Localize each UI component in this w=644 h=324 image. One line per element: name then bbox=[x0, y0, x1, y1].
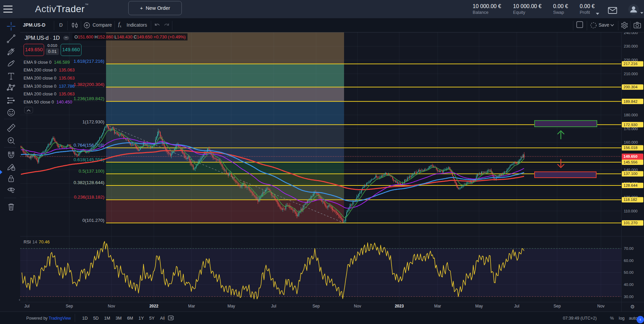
svg-text:180.000: 180.000 bbox=[624, 113, 638, 117]
svg-text:230.000: 230.000 bbox=[624, 44, 638, 48]
svg-text:2022: 2022 bbox=[149, 304, 159, 308]
svg-text:1.618(217.216): 1.618(217.216) bbox=[73, 59, 104, 64]
svg-text:Jul: Jul bbox=[271, 304, 276, 308]
svg-text:Nov: Nov bbox=[354, 304, 361, 308]
svg-text:110.000: 110.000 bbox=[624, 209, 638, 213]
svg-text:RSI: RSI bbox=[24, 239, 31, 244]
svg-text:⚙: ⚙ bbox=[630, 304, 635, 310]
svg-text:30.00: 30.00 bbox=[624, 295, 634, 299]
svg-text:118.182: 118.182 bbox=[623, 198, 637, 202]
svg-text:Sep: Sep bbox=[553, 304, 561, 308]
svg-text:Mar: Mar bbox=[434, 304, 441, 308]
svg-text:101.270: 101.270 bbox=[623, 221, 638, 225]
svg-text:70.00: 70.00 bbox=[624, 246, 634, 251]
svg-text:1.236(189.842): 1.236(189.842) bbox=[73, 96, 104, 101]
svg-text:Jul: Jul bbox=[514, 304, 519, 308]
svg-text:50.00: 50.00 bbox=[624, 270, 634, 274]
svg-text:160.000: 160.000 bbox=[624, 140, 638, 144]
svg-text:14: 14 bbox=[32, 239, 37, 244]
svg-text:1.382(200.304): 1.382(200.304) bbox=[73, 82, 104, 87]
svg-text:May: May bbox=[475, 304, 483, 308]
svg-text:156.018: 156.018 bbox=[623, 146, 638, 150]
svg-text:60.00: 60.00 bbox=[624, 259, 634, 263]
svg-text:70.46: 70.46 bbox=[39, 239, 50, 244]
svg-text:0(101.270): 0(101.270) bbox=[82, 218, 104, 223]
svg-text:200.304: 200.304 bbox=[623, 85, 638, 89]
svg-text:145.556: 145.556 bbox=[623, 160, 638, 164]
svg-text:128.644: 128.644 bbox=[623, 183, 638, 187]
svg-text:217.216: 217.216 bbox=[623, 62, 638, 66]
svg-text:Nov: Nov bbox=[108, 304, 115, 308]
svg-text:137.100: 137.100 bbox=[623, 172, 638, 176]
svg-text:149.650: 149.650 bbox=[623, 154, 638, 158]
svg-text:Sep: Sep bbox=[312, 304, 320, 308]
svg-text:0.236(118.182): 0.236(118.182) bbox=[74, 195, 104, 200]
svg-text:40.00: 40.00 bbox=[624, 283, 634, 287]
svg-text:0.618(145.556): 0.618(145.556) bbox=[73, 157, 104, 162]
svg-text:Sep: Sep bbox=[66, 304, 73, 308]
svg-text:0.5(137.100): 0.5(137.100) bbox=[78, 169, 104, 174]
svg-text:1(172.930): 1(172.930) bbox=[82, 119, 104, 124]
svg-text:172.930: 172.930 bbox=[623, 123, 638, 127]
svg-text:Nov: Nov bbox=[597, 304, 604, 308]
svg-text:2023: 2023 bbox=[395, 304, 404, 308]
svg-text:‹: ‹ bbox=[19, 297, 20, 302]
svg-text:Jul: Jul bbox=[24, 304, 29, 308]
svg-text:189.842: 189.842 bbox=[623, 99, 638, 104]
svg-text:0.382(128.644): 0.382(128.644) bbox=[73, 180, 104, 185]
svg-text:Mar: Mar bbox=[188, 304, 195, 308]
svg-text:210.000: 210.000 bbox=[624, 72, 638, 76]
svg-text:May: May bbox=[228, 304, 235, 308]
